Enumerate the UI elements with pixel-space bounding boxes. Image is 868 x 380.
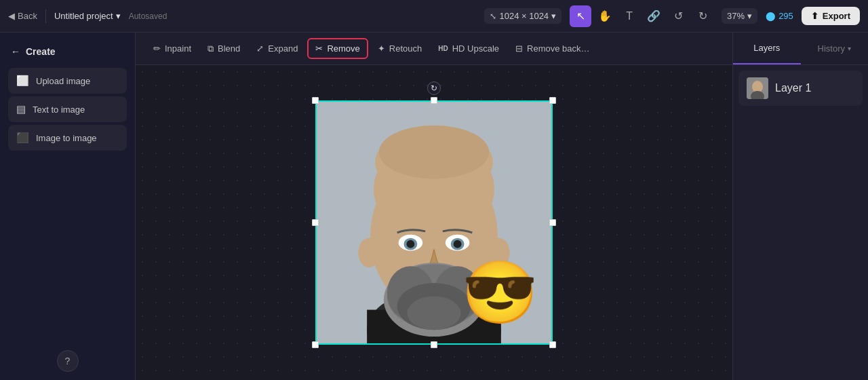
svg-point-9: [406, 240, 414, 248]
title-chevron-icon: ▾: [116, 11, 121, 21]
sidebar-left: ← Create ⬜ Upload image ▤ Text to image …: [0, 33, 136, 380]
svg-point-16: [407, 297, 460, 330]
rotate-icon: ↻: [431, 83, 437, 93]
handle-top-left[interactable]: [312, 97, 319, 104]
back-icon: ◀: [8, 11, 15, 21]
edit-toolbar: ✏ Inpaint ⧉ Blend ⤢ Expand ✂ Remove ✦ Re…: [136, 33, 732, 65]
layer-thumb-svg: [747, 77, 768, 99]
main-layout: ← Create ⬜ Upload image ▤ Text to image …: [0, 33, 868, 380]
project-title-text: Untitled project: [54, 11, 113, 21]
remove-icon: ✂: [315, 43, 323, 54]
sidebar-item-label-text: Text to image: [33, 104, 85, 115]
tab-layers[interactable]: Layers: [733, 33, 801, 64]
layer-name: Layer 1: [775, 82, 811, 94]
expand-label: Expand: [268, 43, 298, 54]
credits-icon: ⬤: [766, 11, 776, 21]
resize-icon: ⤡: [490, 12, 496, 21]
sidebar-right: Layers History ▾ Layer 1: [732, 33, 868, 380]
sidebar-item-label-upload: Upload image: [36, 76, 90, 86]
export-icon: ⬆: [811, 11, 818, 21]
link-tool-button[interactable]: 🔗: [643, 5, 665, 27]
topbar: ◀ Back Untitled project ▾ Autosaved ⤡ 10…: [0, 0, 868, 33]
inpaint-tool-button[interactable]: ✏ Inpaint: [146, 39, 198, 58]
handle-top-right[interactable]: [549, 97, 556, 104]
layer-item-1[interactable]: Layer 1: [738, 71, 863, 106]
svg-point-10: [454, 240, 462, 248]
sidebar-item-label-img: Image to image: [36, 133, 97, 143]
help-button[interactable]: ?: [57, 350, 79, 372]
upload-image-icon: ⬜: [16, 75, 29, 87]
handle-top-mid[interactable]: [431, 97, 437, 104]
canvas-content[interactable]: ↻: [136, 65, 732, 380]
blend-label: Blend: [218, 43, 240, 54]
tab-history-label: History: [818, 43, 845, 54]
credits-display: ⬤ 295: [766, 11, 793, 21]
remove-back-tool-button[interactable]: ⊟ Remove back…: [509, 39, 596, 58]
tab-layers-label: Layers: [753, 43, 780, 53]
svg-point-20: [379, 126, 489, 179]
hand-tool-button[interactable]: ✋: [594, 5, 616, 27]
inpaint-icon: ✏: [153, 43, 161, 54]
autosaved-label: Autosaved: [129, 12, 167, 21]
undo-button[interactable]: ↺: [667, 5, 689, 27]
text-tool-button[interactable]: T: [618, 5, 640, 27]
remove-label: Remove: [327, 43, 359, 54]
dimensions-selector[interactable]: ⤡ 1024 × 1024 ▾: [484, 8, 561, 24]
sidebar-right-header: Layers History ▾: [733, 33, 868, 65]
emoji-overlay: 😎: [462, 262, 538, 323]
sidebar-item-text-to-image[interactable]: ▤ Text to image: [8, 96, 127, 122]
credits-value: 295: [778, 11, 793, 21]
text-to-image-icon: ▤: [16, 103, 26, 115]
tab-history[interactable]: History ▾: [801, 33, 869, 64]
zoom-chevron-icon: ▾: [747, 11, 752, 21]
handle-bottom-left[interactable]: [312, 341, 319, 348]
help-icon: ?: [65, 356, 71, 366]
tool-buttons: ↖ ✋ T 🔗 ↺ ↻: [570, 5, 713, 27]
hd-upscale-tool-button[interactable]: HD HD Upscale: [431, 39, 506, 58]
canvas-image: 😎: [315, 100, 553, 345]
handle-bottom-right[interactable]: [549, 341, 556, 348]
back-button[interactable]: ◀ Back: [8, 11, 37, 21]
blend-icon: ⧉: [208, 43, 214, 54]
blend-tool-button[interactable]: ⧉ Blend: [201, 39, 247, 58]
dimensions-chevron-icon: ▾: [551, 11, 556, 21]
zoom-control[interactable]: 37% ▾: [722, 8, 757, 24]
remove-tool-button[interactable]: ✂ Remove: [307, 38, 368, 59]
retouch-label: Retouch: [389, 43, 422, 54]
svg-point-17: [358, 238, 380, 267]
sidebar-back-icon: ←: [11, 46, 20, 57]
sidebar-header: ← Create: [8, 41, 127, 65]
retouch-tool-button[interactable]: ✦ Retouch: [371, 39, 429, 58]
handle-mid-right[interactable]: [549, 219, 556, 226]
inpaint-label: Inpaint: [165, 43, 191, 54]
layer-thumbnail: [747, 77, 768, 99]
sidebar-item-upload-image[interactable]: ⬜ Upload image: [8, 68, 127, 94]
export-button[interactable]: ⬆ Export: [802, 7, 860, 25]
canvas-area: ✏ Inpaint ⧉ Blend ⤢ Expand ✂ Remove ✦ Re…: [136, 33, 732, 380]
hd-upscale-label: HD Upscale: [452, 43, 499, 54]
image-container[interactable]: ↻: [315, 100, 553, 345]
select-tool-button[interactable]: ↖: [570, 5, 591, 27]
sidebar-item-image-to-image[interactable]: ⬛ Image to image: [8, 125, 127, 151]
hd-upscale-icon: HD: [438, 45, 448, 52]
rotate-handle[interactable]: ↻: [427, 81, 441, 95]
expand-tool-button[interactable]: ⤢ Expand: [250, 39, 304, 58]
export-label: Export: [823, 11, 850, 21]
history-chevron-icon: ▾: [848, 45, 851, 52]
back-label: Back: [18, 11, 37, 21]
handle-bottom-mid[interactable]: [431, 341, 437, 348]
sidebar-bottom: ?: [8, 342, 127, 372]
image-to-image-icon: ⬛: [16, 132, 29, 144]
project-title[interactable]: Untitled project ▾: [54, 11, 121, 21]
sidebar-header-title: Create: [26, 46, 56, 57]
handle-mid-left[interactable]: [312, 219, 319, 226]
dimensions-value: 1024 × 1024: [499, 11, 549, 21]
remove-back-icon: ⊟: [515, 43, 523, 54]
topbar-divider: [45, 10, 46, 23]
redo-button[interactable]: ↻: [692, 5, 713, 27]
retouch-icon: ✦: [378, 43, 385, 54]
zoom-value: 37%: [727, 11, 745, 21]
expand-icon: ⤢: [256, 43, 264, 54]
remove-back-label: Remove back…: [527, 43, 589, 54]
